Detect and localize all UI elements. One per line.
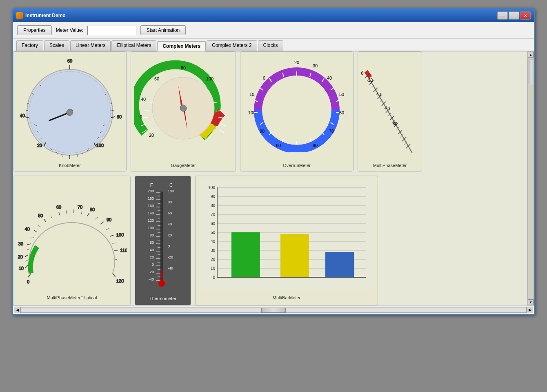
svg-text:30: 30 [211, 248, 216, 253]
svg-text:200: 200 [148, 189, 154, 193]
svg-text:20: 20 [37, 143, 42, 148]
svg-text:50: 50 [339, 92, 344, 97]
tab-factory[interactable]: Factory [16, 40, 43, 51]
svg-text:20: 20 [294, 60, 299, 65]
instruments-row-1: 0 20 40 60 [13, 51, 527, 172]
main-window: Instrument Demo — □ ✕ Properties Meter V… [12, 8, 535, 315]
multibar-meter-label: MultiBarMeter [273, 295, 300, 300]
svg-text:10: 10 [211, 266, 216, 271]
scroll-up-arrow[interactable]: ▲ [528, 52, 534, 58]
tab-linear-meters[interactable]: Linear Meters [70, 40, 111, 51]
svg-text:80: 80 [313, 143, 318, 148]
bottom-bar: ◀ ▶ [13, 305, 534, 314]
start-animation-button[interactable]: Start Animation [140, 25, 186, 35]
svg-text:60: 60 [385, 107, 390, 111]
multiphase-meter-label: MultiPhaseMeter [373, 163, 407, 168]
toolbar: Properties Meter Value: Start Animation [13, 22, 534, 39]
svg-point-62 [180, 105, 187, 111]
svg-point-35 [67, 109, 73, 116]
tab-elliptical-meters[interactable]: Elliptical Meters [111, 40, 156, 51]
vertical-scrollbar[interactable]: ▲ ▼ [527, 51, 534, 305]
svg-text:60: 60 [168, 211, 172, 215]
svg-point-214 [158, 280, 165, 287]
scroll-right-arrow[interactable]: ▶ [527, 307, 533, 313]
svg-text:60: 60 [211, 221, 216, 226]
svg-line-58 [219, 130, 224, 133]
svg-text:80: 80 [393, 122, 398, 126]
svg-text:30: 30 [18, 241, 23, 246]
svg-line-109 [406, 144, 410, 148]
svg-text:80: 80 [150, 233, 154, 237]
svg-text:0: 0 [263, 76, 265, 80]
svg-text:80: 80 [276, 143, 281, 148]
instruments-row-2: 0 10 20 30 [13, 176, 527, 305]
svg-text:100: 100 [168, 189, 174, 193]
svg-text:50: 50 [38, 213, 43, 218]
svg-text:20: 20 [368, 78, 373, 82]
svg-text:10: 10 [249, 92, 254, 97]
svg-text:120: 120 [116, 278, 124, 283]
close-button[interactable]: ✕ [520, 11, 531, 20]
meter-value-input[interactable] [87, 26, 136, 35]
scroll-left-arrow[interactable]: ◀ [14, 307, 20, 313]
title-controls: — □ ✕ [497, 11, 531, 20]
multiphase-meter-display: 0 20 40 60 80 [361, 55, 418, 161]
thermometer-display: F C 200 180 160 140 120 100 8 [138, 179, 187, 294]
svg-line-160 [106, 228, 109, 230]
svg-text:60: 60 [67, 58, 72, 63]
svg-line-127 [25, 265, 28, 268]
tab-scales[interactable]: Scales [44, 40, 69, 51]
svg-text:-20: -20 [168, 255, 173, 259]
overrun-meter-box: 20 30 40 50 60 70 80 90 80 90 100 [240, 51, 354, 172]
scroll-down-arrow[interactable]: ▼ [528, 299, 534, 305]
svg-line-131 [27, 244, 31, 245]
tab-complex-meters-2[interactable]: Complex Meters 2 [207, 40, 257, 51]
multiphase-meter-box: 0 20 40 60 80 MultiPhaseMeter [358, 51, 422, 172]
svg-text:20: 20 [150, 255, 154, 259]
svg-line-105 [390, 116, 394, 120]
minimize-button[interactable]: — [497, 11, 508, 20]
title-bar-left: Instrument Demo [16, 12, 66, 19]
svg-line-159 [95, 217, 98, 220]
svg-text:-40: -40 [168, 266, 173, 270]
svg-text:30: 30 [313, 63, 318, 68]
svg-text:40: 40 [327, 76, 332, 80]
svg-text:70: 70 [211, 212, 216, 217]
maximize-button[interactable]: □ [509, 11, 519, 20]
h-scroll-thumb[interactable] [261, 308, 286, 313]
svg-text:60: 60 [56, 205, 61, 209]
svg-line-133 [34, 230, 37, 232]
svg-text:50: 50 [211, 230, 216, 235]
tab-clocks[interactable]: Clocks [258, 40, 283, 51]
svg-line-143 [100, 222, 104, 224]
svg-line-45 [145, 111, 151, 111]
svg-text:0: 0 [140, 114, 142, 119]
svg-text:20: 20 [168, 233, 172, 237]
svg-line-86 [310, 138, 311, 142]
svg-line-141 [87, 213, 89, 216]
svg-line-149 [113, 273, 116, 277]
svg-text:180: 180 [148, 196, 154, 200]
multiphase-elliptical-box: 0 10 20 30 [13, 176, 131, 305]
svg-text:60: 60 [339, 110, 344, 115]
svg-rect-77 [289, 152, 305, 159]
svg-text:70: 70 [78, 205, 82, 209]
scroll-thumb[interactable] [529, 60, 534, 84]
svg-text:40: 40 [25, 227, 30, 232]
svg-rect-241 [280, 234, 309, 277]
svg-text:100: 100 [208, 185, 215, 190]
svg-line-153 [26, 249, 29, 250]
gauge-meter-label: GaugeMeter [171, 163, 196, 168]
svg-text:60: 60 [154, 76, 159, 81]
svg-text:100: 100 [96, 143, 104, 148]
svg-text:80: 80 [211, 203, 216, 208]
properties-button[interactable]: Properties [17, 25, 52, 35]
svg-text:40: 40 [150, 248, 154, 252]
tab-complex-meters[interactable]: Complex Meters [157, 41, 206, 51]
gauge-meter-display: 20 0 40 60 80 100 [134, 55, 232, 161]
svg-text:10: 10 [19, 266, 24, 271]
svg-point-96 [267, 80, 327, 140]
svg-line-155 [38, 225, 41, 227]
svg-text:20: 20 [18, 254, 23, 259]
svg-text:80: 80 [90, 207, 95, 212]
